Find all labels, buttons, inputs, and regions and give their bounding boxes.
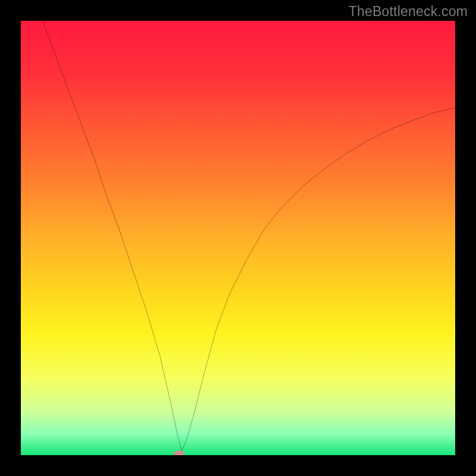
plot-area [21,21,455,455]
bottleneck-curve [21,21,455,455]
watermark-text: TheBottleneck.com [349,4,468,20]
outer-black-frame: TheBottleneck.com [0,0,476,476]
